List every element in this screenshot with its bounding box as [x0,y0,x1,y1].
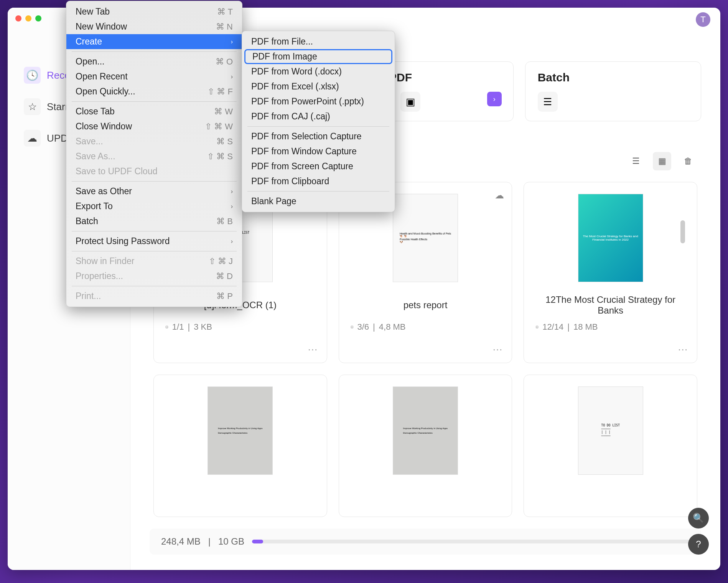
menu-item-label: Save... [76,136,103,147]
file-card[interactable]: The Most Crucial Strategy for Banks and … [524,182,697,363]
menu-shortcut: ⌘ S [216,137,233,147]
cloud-icon: ☁ [27,132,37,144]
submenu-item-pdf-from-file-[interactable]: PDF from File... [242,34,395,49]
menu-item-create[interactable]: Create› [66,34,242,49]
menu-shortcut: ⇧ ⌘ F [208,87,233,97]
menu-item-label: New Window [76,21,127,32]
menu-item-label: PDF from PowerPoint (.pptx) [251,96,364,107]
storage-progress [252,540,690,543]
batch-card[interactable]: Batch ☰ [525,61,701,121]
file-meta: ▫ 3/6 | 4,8 MB [347,322,406,332]
maximize-window-button[interactable] [35,15,41,21]
menu-item-label: PDF from CAJ (.caj) [251,111,330,122]
menu-item-label: Protect Using Password [76,236,170,246]
menu-item-label: Open... [76,56,104,67]
expand-arrow-icon[interactable]: › [487,92,502,106]
list-view-button[interactable]: ☰ [627,152,645,170]
file-meta: ▫ 12/14 | 18 MB [532,322,598,332]
submenu-item-pdf-from-powerpoint-pptx-[interactable]: PDF from PowerPoint (.pptx) [242,94,395,109]
submenu-item-pdf-from-caj-caj-[interactable]: PDF from CAJ (.caj) [242,109,395,124]
file-thumbnail: Improve Working Productivity in Using Ap… [208,386,273,475]
menu-item-open-[interactable]: Open...⌘ O [66,54,242,69]
menu-item-save-as-other[interactable]: Save as Other› [66,184,242,199]
menu-item-label: Show in Finder [76,256,134,266]
submenu-item-blank-page[interactable]: Blank Page [242,194,395,209]
clock-icon: 🕓 [26,69,38,81]
minimize-window-button[interactable] [25,15,31,21]
file-card[interactable]: Improve Working Productivity in Using Ap… [153,375,327,517]
menu-item-print-: Print...⌘ P [66,289,242,304]
close-window-button[interactable] [15,15,21,21]
submenu-item-pdf-from-window-capture[interactable]: PDF from Window Capture [242,144,395,159]
menu-item-save-: Save...⌘ S [66,134,242,149]
menu-item-label: PDF from Screen Capture [251,161,353,172]
chevron-right-icon: › [231,73,233,80]
menu-item-new-tab[interactable]: New Tab⌘ T [66,4,242,19]
storage-used: 248,4 MB [161,536,201,547]
star-icon: ☆ [28,101,37,113]
file-card[interactable]: TO DO LIST─────│ │ │───── [524,375,697,517]
cloud-sync-icon: ☁ [495,190,504,201]
menu-item-protect-using-password[interactable]: Protect Using Password› [66,234,242,249]
menu-divider [247,126,389,127]
more-actions-button[interactable]: ⋯ [492,344,502,356]
menu-shortcut: ⇧ ⌘ W [205,122,233,132]
grid-view-button[interactable]: ▦ [653,152,671,170]
menu-item-close-window[interactable]: Close Window⇧ ⌘ W [66,119,242,134]
menu-divider [72,286,237,286]
menu-item-label: Open Quickly... [76,86,135,97]
menu-item-label: Close Window [76,121,132,132]
menu-divider [72,231,237,231]
menu-item-label: Open Recent [76,71,128,82]
pages-icon: ▫ [351,322,354,332]
avatar[interactable]: T [696,12,710,27]
pages-icon: ▫ [165,322,168,332]
menu-item-label: PDF from Excel (.xlsx) [251,81,339,92]
menu-item-batch[interactable]: Batch⌘ B [66,214,242,229]
delete-button[interactable]: 🗑 [679,152,697,170]
search-button[interactable]: 🔍 [688,508,709,528]
menu-item-label: New Tab [76,7,110,17]
menu-item-label: Properties... [76,271,123,281]
menu-item-label: Batch [76,216,98,226]
pages-icon: ▫ [535,322,539,332]
menu-divider [72,181,237,182]
file-thumbnail: The Most Crucial Strategy for Banks and … [578,194,643,282]
menu-item-label: PDF from Word (.docx) [251,66,342,77]
menu-item-label: Print... [76,291,101,301]
menu-item-export-to[interactable]: Export To› [66,199,242,214]
submenu-item-pdf-from-image[interactable]: PDF from Image [244,49,392,64]
menu-item-label: PDF from Window Capture [251,146,357,157]
submenu-item-pdf-from-screen-capture[interactable]: PDF from Screen Capture [242,159,395,174]
submenu-item-pdf-from-word-docx-[interactable]: PDF from Word (.docx) [242,64,395,79]
file-thumbnail: Improve Working Productivity in Using Ap… [393,386,458,475]
submenu-item-pdf-from-excel-xlsx-[interactable]: PDF from Excel (.xlsx) [242,79,395,94]
menu-item-label: Export To [76,201,113,211]
menu-item-label: Close Tab [76,106,115,117]
menu-item-open-quickly-[interactable]: Open Quickly...⇧ ⌘ F [66,84,242,99]
menu-item-label: PDF from Clipboard [251,176,329,187]
menu-item-save-as-: Save As...⇧ ⌘ S [66,149,242,164]
menu-item-label: PDF from Selection Capture [251,131,362,142]
menu-shortcut: ⌘ D [216,271,233,281]
gallery-icon: ▣ [400,92,420,112]
help-button[interactable]: ? [688,534,709,555]
storage-bar: 248,4 MB | 10 GB [150,528,701,555]
file-card[interactable]: Improve Working Productivity in Using Ap… [339,375,512,517]
file-menu: New Tab⌘ TNew Window⌘ NCreate›Open...⌘ O… [66,1,242,307]
menu-item-save-to-updf-cloud: Save to UPDF Cloud [66,164,242,179]
menu-item-close-tab[interactable]: Close Tab⌘ W [66,104,242,119]
submenu-item-pdf-from-selection-capture[interactable]: PDF from Selection Capture [242,129,395,144]
menu-item-label: Save as Other [76,186,132,197]
menu-item-new-window[interactable]: New Window⌘ N [66,19,242,34]
chevron-right-icon: › [231,238,233,245]
scrollbar[interactable] [680,220,685,243]
more-actions-button[interactable]: ⋯ [678,344,688,356]
menu-shortcut: ⇧ ⌘ S [207,152,233,162]
menu-item-open-recent[interactable]: Open Recent› [66,69,242,84]
menu-divider [247,191,389,192]
menu-shortcut: ⌘ O [216,57,233,67]
submenu-item-pdf-from-clipboard[interactable]: PDF from Clipboard [242,174,395,189]
more-actions-button[interactable]: ⋯ [308,344,318,356]
menu-divider [72,101,237,102]
